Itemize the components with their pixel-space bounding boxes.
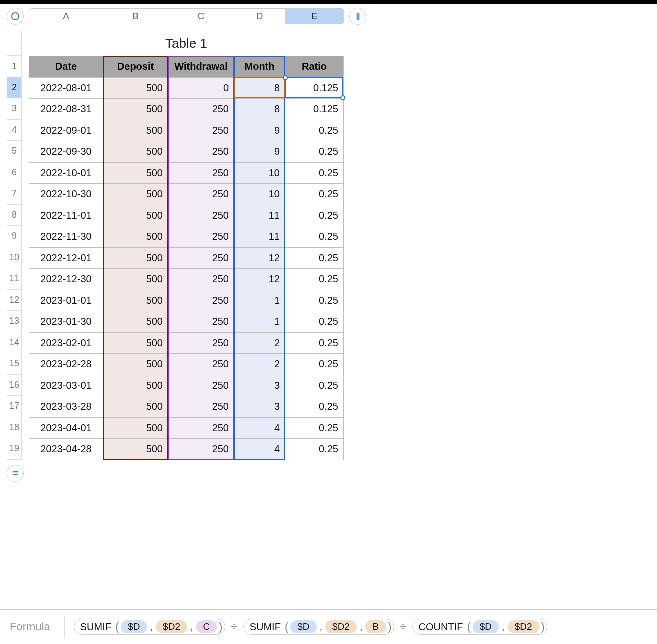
fn-countif[interactable]: COUNTIF($D,$D2) <box>412 619 548 635</box>
header-ratio[interactable]: Ratio <box>286 56 344 78</box>
row-header-1[interactable]: 1 <box>7 56 22 78</box>
cell-withdrawal[interactable]: 250 <box>168 248 234 269</box>
cell-date[interactable]: 2023-01-30 <box>30 312 104 333</box>
col-header-D[interactable]: D <box>234 9 286 24</box>
cell-deposit[interactable]: 500 <box>104 162 168 184</box>
cell-deposit[interactable]: 500 <box>104 226 168 248</box>
row-header-2[interactable]: 2 <box>7 78 22 99</box>
cell-deposit[interactable]: 500 <box>104 312 168 333</box>
cell-withdrawal[interactable]: 250 <box>168 226 234 248</box>
cell-date[interactable]: 2022-12-30 <box>30 269 104 290</box>
row-header-3[interactable]: 3 <box>7 98 22 120</box>
cell-deposit[interactable]: 500 <box>104 375 168 396</box>
cell-month[interactable]: 10 <box>234 162 286 184</box>
cell-ratio[interactable]: 0.25 <box>286 248 344 269</box>
cell-ratio[interactable]: 0.25 <box>286 354 344 376</box>
cell-withdrawal[interactable]: 250 <box>168 312 234 333</box>
cell-ratio[interactable]: 0.125 <box>286 78 344 99</box>
ref-d2[interactable]: $D2 <box>508 620 540 634</box>
cell-date[interactable]: 2022-08-31 <box>30 99 104 120</box>
cell-deposit[interactable]: 500 <box>104 248 168 269</box>
cell-date[interactable]: 2022-08-01 <box>30 78 104 99</box>
cell-month[interactable]: 11 <box>234 226 286 248</box>
header-date[interactable]: Date <box>30 56 104 78</box>
cell-ratio[interactable]: 0.25 <box>286 162 344 184</box>
cell-deposit[interactable]: 500 <box>104 439 168 460</box>
header-month[interactable]: Month <box>234 56 286 78</box>
cell-deposit[interactable]: 500 <box>104 78 168 99</box>
cell-date[interactable]: 2022-10-30 <box>30 184 104 206</box>
row-header-13[interactable]: 13 <box>7 311 22 332</box>
cell-date[interactable]: 2023-04-01 <box>30 418 104 439</box>
cell-month[interactable]: 2 <box>234 332 286 354</box>
col-header-C[interactable]: C <box>168 9 234 24</box>
cell-ratio[interactable]: 0.125 <box>286 99 344 120</box>
cell-month[interactable]: 9 <box>234 120 286 142</box>
cell-withdrawal[interactable]: 0 <box>168 78 234 99</box>
row-header-8[interactable]: 8 <box>7 205 22 226</box>
cell-month[interactable]: 1 <box>234 290 286 312</box>
cell-ratio[interactable]: 0.25 <box>286 226 344 248</box>
cell-ratio[interactable]: 0.25 <box>286 142 344 163</box>
cell-month[interactable]: 10 <box>234 184 286 206</box>
fn-sumif[interactable]: SUMIF($D,$D2,C) <box>74 619 226 635</box>
add-column-handle[interactable]: || <box>350 8 366 25</box>
cell-withdrawal[interactable]: 250 <box>168 142 234 163</box>
cell-month[interactable]: 12 <box>234 248 286 269</box>
cell-date[interactable]: 2022-09-30 <box>30 142 104 163</box>
cell-month[interactable]: 8 <box>234 99 286 120</box>
cell-ratio[interactable]: 0.25 <box>286 120 344 142</box>
cell-date[interactable]: 2023-01-01 <box>30 290 104 312</box>
select-all-handle[interactable] <box>7 8 24 25</box>
ref-c[interactable]: C <box>196 620 218 634</box>
cell-withdrawal[interactable]: 250 <box>168 439 234 460</box>
cell-date[interactable]: 2022-12-01 <box>30 248 104 269</box>
ref-d[interactable]: $D <box>473 620 499 634</box>
ref-d2[interactable]: $D2 <box>156 620 188 634</box>
cell-deposit[interactable]: 500 <box>104 290 168 312</box>
cell-deposit[interactable]: 500 <box>104 332 168 354</box>
cell-date[interactable]: 2023-02-28 <box>30 354 104 376</box>
cell-deposit[interactable]: 500 <box>104 184 168 206</box>
cell-withdrawal[interactable]: 250 <box>168 290 234 312</box>
cell-withdrawal[interactable]: 250 <box>168 205 234 226</box>
col-header-E[interactable]: E <box>286 9 344 24</box>
cell-withdrawal[interactable]: 250 <box>168 162 234 184</box>
header-deposit[interactable]: Deposit <box>104 56 168 78</box>
cell-date[interactable]: 2023-02-01 <box>30 332 104 354</box>
cell-month[interactable]: 4 <box>234 439 286 460</box>
ref-d2[interactable]: $D2 <box>326 620 357 634</box>
row-header-12[interactable]: 12 <box>7 290 22 312</box>
cell-month[interactable]: 3 <box>234 396 286 418</box>
cell-ratio[interactable]: 0.25 <box>286 332 344 354</box>
cell-ratio[interactable]: 0.25 <box>286 269 344 290</box>
ref-d[interactable]: $D <box>290 620 316 634</box>
formula-tokens[interactable]: SUMIF($D,$D2,C)÷SUMIF($D,$D2,B)÷COUNTIF(… <box>74 619 548 635</box>
col-header-B[interactable]: B <box>104 9 168 24</box>
cell-date[interactable]: 2022-09-01 <box>30 120 104 142</box>
cell-withdrawal[interactable]: 250 <box>168 418 234 439</box>
cell-withdrawal[interactable]: 250 <box>168 120 234 142</box>
add-row-handle[interactable]: = <box>7 465 24 482</box>
cell-withdrawal[interactable]: 250 <box>168 396 234 418</box>
cell-ratio[interactable]: 0.25 <box>286 184 344 206</box>
cell-deposit[interactable]: 500 <box>104 396 168 418</box>
cell-month[interactable]: 4 <box>234 418 286 439</box>
cell-month[interactable]: 8 <box>234 78 286 99</box>
cell-ratio[interactable]: 0.25 <box>286 396 344 418</box>
cell-ratio[interactable]: 0.25 <box>286 290 344 312</box>
cell-withdrawal[interactable]: 250 <box>168 99 234 120</box>
row-header-6[interactable]: 6 <box>7 162 22 184</box>
header-withdrawal[interactable]: Withdrawal <box>168 56 234 78</box>
cell-date[interactable]: 2023-04-28 <box>30 439 104 460</box>
cell-withdrawal[interactable]: 250 <box>168 354 234 376</box>
row-header-7[interactable]: 7 <box>7 184 22 205</box>
cell-month[interactable]: 1 <box>234 312 286 333</box>
cell-ratio[interactable]: 0.25 <box>286 418 344 439</box>
row-header-19[interactable]: 19 <box>7 438 22 460</box>
cell-deposit[interactable]: 500 <box>104 120 168 142</box>
cell-month[interactable]: 3 <box>234 375 286 396</box>
col-header-A[interactable]: A <box>30 9 104 24</box>
cell-deposit[interactable]: 500 <box>104 99 168 120</box>
cell-deposit[interactable]: 500 <box>104 142 168 163</box>
